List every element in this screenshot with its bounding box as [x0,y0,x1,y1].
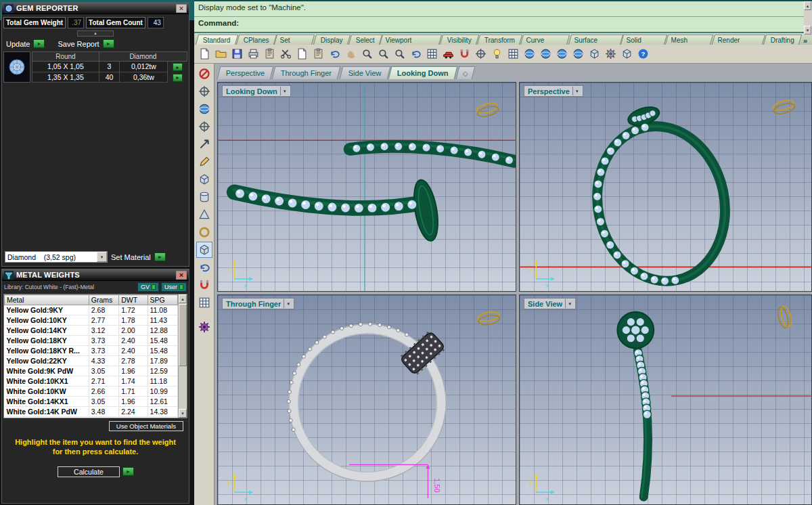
save-report-go-button[interactable] [103,39,114,48]
help-icon[interactable] [635,47,650,62]
menu-tab-drafting[interactable]: Drafting [763,35,802,45]
menu-tab-cplanes[interactable]: CPlanes [235,35,276,45]
metal-weights-titlebar[interactable]: METAL WEIGHTS × [2,269,189,281]
update-go-button[interactable] [33,39,45,48]
pan-view-icon[interactable] [343,47,358,62]
use-object-materials-button[interactable]: Use Object Materials [109,421,183,431]
pyramid-tool-icon[interactable] [196,206,212,223]
zoom-window-icon[interactable] [376,47,390,62]
lights-icon[interactable] [489,47,504,62]
menu-overflow-button[interactable]: » [801,37,809,45]
metal-column-header-metal[interactable]: Metal [5,295,89,305]
command-prompt[interactable]: Command: [194,17,812,33]
metal-table-row[interactable]: White Gold:10KX12.711.7411.18 [5,376,178,387]
paste-icon[interactable] [311,47,325,62]
metal-table-row[interactable]: Yellow Gold:10KY2.771.7811.43 [5,315,178,326]
environment-icon[interactable] [570,47,585,62]
magnet-osnap-icon[interactable] [196,277,212,293]
gem-table[interactable]: RoundDiamond1,05 X 1,0530,012tw1,35 X 1,… [32,51,187,83]
user-button[interactable]: User [161,282,187,292]
metal-table-row[interactable]: White Gold:10KW2.661.7110.99 [5,387,178,397]
calculate-go-button[interactable] [122,467,134,476]
viewport-title-dropdown[interactable]: Looking Down ▼ [222,85,291,97]
gem-table-row[interactable]: 1,35 X 1,35400,36tw [32,72,187,83]
materials-icon[interactable] [554,47,569,62]
gem-row-go-button[interactable] [173,74,183,82]
record-history-icon[interactable] [473,47,488,62]
rotate-view-icon[interactable] [408,47,423,62]
menu-tab-solid-tools[interactable]: Solid Tools [621,35,667,45]
set-material-button[interactable]: Set Material [111,253,151,261]
viewport-looking-down[interactable]: yx Looking Down ▼ [217,82,516,292]
metal-table-row[interactable]: Yellow Gold:18KY3.732.4015.48 [5,336,178,346]
menu-tab-curve-tools[interactable]: Curve Tools [520,35,570,45]
viewport-title-dropdown[interactable]: Through Finger ▼ [222,298,294,309]
gem-thumbnail[interactable] [3,51,30,83]
torus-tool-icon[interactable] [196,224,212,240]
viewport-title-dropdown[interactable]: Side View ▼ [524,298,576,309]
menu-tab-render-tools[interactable]: Render Tools [711,35,765,45]
metal-table-row[interactable]: White Gold:14K PdW3.482.2414.38 [5,407,178,417]
gem-reporter-close-button[interactable]: × [176,4,187,13]
metal-table-row[interactable]: White Gold:9K PdW3.051.9612.59 [5,366,178,376]
material-select[interactable]: Diamond (3,52 spg) ▼ [5,251,108,263]
metal-column-header-dwt[interactable]: DWT [119,295,148,305]
gem-row-go-button[interactable] [173,63,183,71]
metal-column-header-spg[interactable]: SPG [148,295,177,305]
gv-button[interactable]: GV [137,282,159,292]
menu-tab-display[interactable]: Display [313,35,351,45]
move-tool-icon[interactable] [196,136,212,152]
chevron-down-icon[interactable]: ▼ [565,299,574,308]
render-preview-icon[interactable] [538,47,553,62]
metal-table-scrollbar[interactable] [178,294,187,418]
menu-tab-mesh-tools[interactable]: Mesh Tools [665,35,713,45]
menu-tab-surface-tools[interactable]: Surface Tools [568,35,623,45]
calculate-button[interactable]: Calculate [58,466,120,477]
menu-tab-set-view[interactable]: Set View [274,35,315,45]
osnap-toggle-icon[interactable] [457,47,472,62]
metal-table-row[interactable]: Yellow Gold:14KY3.122.0012.88 [5,326,178,336]
checker-display-icon[interactable] [196,294,212,311]
boxedit-icon[interactable] [441,47,455,62]
undo-icon[interactable] [327,47,342,62]
matrix-gear-icon[interactable] [196,319,212,335]
viewport-tab-side-view[interactable]: Side View [339,66,390,79]
menu-tab-standard[interactable]: Standard [196,35,238,45]
options-gear-icon[interactable] [603,47,618,62]
scrollbar-thumb[interactable] [179,304,187,366]
cylinder-tool-icon[interactable] [196,189,212,205]
metal-weights-close-button[interactable]: × [176,271,187,280]
viewport-tab-looking-down[interactable]: Looking Down [388,66,458,79]
chevron-down-icon[interactable]: ▼ [284,299,292,308]
scroll-down-button[interactable] [179,409,187,418]
metal-column-header-grams[interactable]: Grams [89,295,118,305]
open-file-icon[interactable] [213,47,228,62]
menu-tab-viewport-layout[interactable]: Viewport Layout [380,35,442,45]
menu-tab-select[interactable]: Select [348,35,382,45]
surface-tool-icon[interactable] [196,242,212,258]
viewport-side-view[interactable]: yx Side View ▼ [519,294,812,505]
menu-tab-transform[interactable]: Transform [477,35,523,45]
cut-icon[interactable] [278,47,293,62]
metal-table-row[interactable]: Yellow Gold:9KY2.681.7211.08 [5,305,178,315]
axis-tool-icon[interactable] [196,118,212,135]
chevron-down-icon[interactable]: ▼ [97,252,107,262]
metal-table-row[interactable]: Yellow Gold:18KY R...3.732.4015.48 [5,346,178,356]
gem-reporter-titlebar[interactable]: GEM REPORTER × [2,3,189,14]
filter-disable-icon[interactable] [196,66,212,82]
gem-table-row[interactable]: 1,05 X 1,0530,012tw [32,62,187,72]
metal-table[interactable]: MetalGramsDWTSPGYellow Gold:9KY2.681.721… [4,294,178,417]
viewport-tab-perspective[interactable]: Perspective [217,66,274,79]
save-icon[interactable] [229,47,244,62]
chevron-down-icon[interactable]: ▼ [572,87,581,95]
scroll-up-button[interactable] [179,294,187,303]
ground-plane-icon[interactable] [587,47,602,62]
copy-clipboard-icon[interactable] [262,47,277,62]
view-globe-icon[interactable] [196,101,212,117]
curve-pencil-icon[interactable] [196,154,212,170]
new-viewport-tab[interactable]: ◇ [456,66,475,79]
render-icon[interactable] [522,47,537,62]
print-icon[interactable] [246,47,261,62]
metal-table-row[interactable]: White Gold:14KX13.051.9612.61 [5,397,178,407]
box-tool-icon[interactable] [196,171,212,188]
